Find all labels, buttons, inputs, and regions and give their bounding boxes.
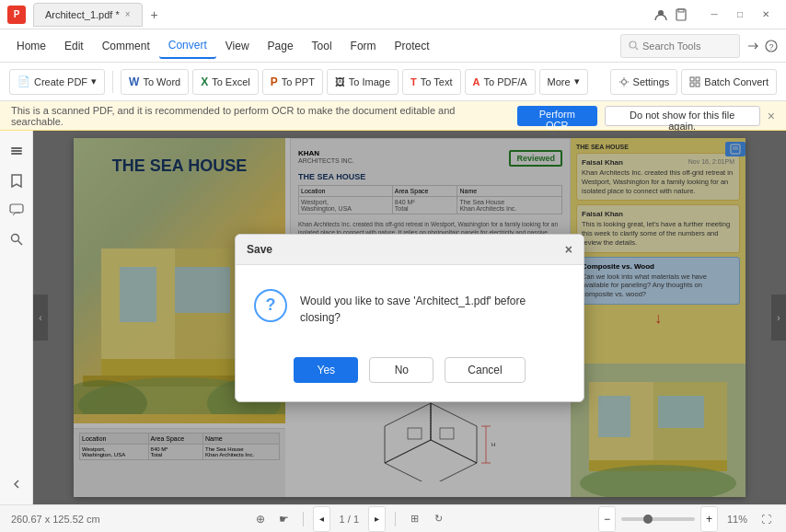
svg-line-17 (17, 241, 22, 246)
menu-page[interactable]: Page (259, 33, 303, 59)
maximize-button[interactable]: □ (727, 6, 753, 24)
dialog-no-button[interactable]: No (369, 357, 433, 383)
more-button[interactable]: More ▾ (539, 69, 588, 95)
svg-rect-10 (690, 83, 694, 87)
menu-form[interactable]: Form (341, 33, 386, 59)
page-nav: 1 / 1 (340, 514, 359, 525)
fit-width-icon[interactable]: ⊞ (405, 510, 423, 528)
search-tools-box[interactable] (620, 34, 740, 58)
tab-close-icon[interactable]: × (125, 9, 131, 19)
perform-ocr-button[interactable]: Perform OCR (517, 106, 597, 126)
to-text-label: To Text (421, 76, 453, 87)
to-excel-button[interactable]: X To Excel (192, 69, 259, 95)
dialog-yes-button[interactable]: Yes (294, 357, 358, 383)
to-ppt-button[interactable]: P To PPT (262, 69, 323, 95)
svg-rect-8 (690, 77, 694, 81)
hand-tool-icon[interactable]: ☛ (275, 510, 294, 528)
svg-rect-12 (11, 147, 22, 149)
menu-comment[interactable]: Comment (93, 33, 159, 59)
user-icon[interactable] (653, 7, 668, 22)
menu-edit[interactable]: Edit (55, 33, 93, 59)
close-button[interactable]: ✕ (753, 6, 779, 24)
zoom-slider[interactable] (621, 517, 695, 521)
menubar-right-icons: ? (746, 39, 779, 53)
notification-bar: This is a scanned PDF, and it is recomme… (0, 101, 786, 131)
to-pdfa-button[interactable]: A To PDF/A (465, 69, 536, 95)
to-pdfa-label: To PDF/A (483, 76, 526, 87)
svg-point-16 (11, 235, 18, 242)
to-ppt-label: To PPT (282, 76, 315, 87)
dialog-title: Save (247, 243, 272, 256)
batch-convert-label: Batch Convert (704, 76, 769, 87)
dialog-close-icon[interactable]: × (565, 242, 572, 257)
rotate-icon[interactable]: ↻ (429, 510, 447, 528)
menu-tool[interactable]: Tool (303, 33, 341, 59)
search-tools-input[interactable] (642, 40, 732, 52)
to-word-label: To Word (143, 76, 180, 87)
menu-home[interactable]: Home (7, 33, 55, 59)
create-pdf-arrow: ▾ (91, 75, 97, 87)
save-dialog: Save × ? Would you like to save 'Archite… (235, 234, 584, 402)
svg-rect-9 (696, 77, 699, 81)
sidebar-toggle-icon[interactable] (4, 471, 29, 497)
sidebar-search-icon[interactable] (4, 226, 29, 252)
zoom-out-button[interactable]: − (598, 506, 616, 532)
sidebar-layers-icon[interactable] (4, 138, 29, 164)
menubar: Home Edit Comment Convert View Page Tool… (0, 29, 786, 63)
document-tab[interactable]: Architect_1.pdf * × (33, 3, 143, 27)
image-icon: 🖼 (335, 76, 345, 87)
zoom-thumb (643, 515, 653, 524)
share-icon[interactable] (746, 39, 760, 53)
svg-text:?: ? (769, 42, 773, 52)
dialog-cancel-button[interactable]: Cancel (445, 357, 525, 383)
window-controls: ─ □ ✕ (701, 6, 779, 24)
toolbar: 📄 Create PDF ▾ W To Word X To Excel P To… (0, 63, 786, 101)
zoom-in-button[interactable]: + (700, 506, 718, 532)
dialog-question-icon: ? (254, 289, 287, 322)
svg-rect-15 (10, 204, 23, 213)
batch-convert-button[interactable]: Batch Convert (681, 69, 777, 95)
help-icon[interactable]: ? (764, 39, 779, 53)
svg-point-3 (630, 41, 636, 48)
notification-close-icon[interactable]: × (768, 109, 775, 123)
svg-rect-11 (696, 83, 699, 87)
prev-page-nav[interactable]: ◂ (313, 506, 330, 532)
left-sidebar (0, 131, 33, 504)
more-label: More (548, 76, 571, 87)
titlebar: P Architect_1.pdf * × + ─ □ ✕ (0, 0, 786, 29)
menu-convert[interactable]: Convert (159, 33, 216, 59)
to-word-button[interactable]: W To Word (121, 69, 189, 95)
dialog-message: Would you like to save 'Architect_1.pdf'… (300, 287, 565, 326)
to-image-button[interactable]: 🖼 To Image (327, 69, 399, 95)
next-page-nav[interactable]: ▸ (368, 506, 386, 532)
create-pdf-label: Create PDF (34, 76, 87, 87)
gear-icon (618, 76, 630, 87)
add-tab-button[interactable]: + (144, 5, 165, 25)
titlebar-right: ─ □ ✕ (653, 6, 779, 24)
select-tool-icon[interactable]: ⊕ (251, 510, 270, 528)
bookmark-icon[interactable] (674, 7, 688, 22)
statusbar: 260.67 x 125.52 cm ⊕ ☛ ◂ 1 / 1 ▸ ⊞ ↻ − +… (0, 504, 786, 532)
dialog-body: ? Would you like to save 'Architect_1.pd… (236, 265, 584, 348)
svg-rect-2 (678, 9, 684, 12)
menu-protect[interactable]: Protect (386, 33, 439, 59)
pdfa-icon: A (473, 76, 480, 87)
ppt-icon: P (271, 75, 278, 88)
settings-button[interactable]: Settings (610, 69, 678, 95)
zoom-level: 11% (723, 514, 751, 525)
svg-point-7 (621, 79, 626, 84)
to-text-button[interactable]: T To Text (402, 69, 460, 95)
statusbar-center: ⊕ ☛ ◂ 1 / 1 ▸ ⊞ ↻ (108, 506, 591, 532)
do-not-show-button[interactable]: Do not show for this file again. (605, 106, 760, 126)
sidebar-comment-icon[interactable] (4, 197, 29, 223)
statusbar-right: − + 11% ⛶ (598, 506, 775, 532)
menu-view[interactable]: View (216, 33, 259, 59)
page-dimensions: 260.67 x 125.52 cm (11, 514, 100, 525)
minimize-button[interactable]: ─ (701, 6, 727, 24)
to-image-label: To Image (349, 76, 390, 87)
fullscreen-icon[interactable]: ⛶ (757, 510, 775, 528)
sidebar-bookmark-icon[interactable] (4, 168, 29, 193)
excel-icon: X (201, 75, 208, 88)
create-pdf-button[interactable]: 📄 Create PDF ▾ (9, 69, 105, 95)
svg-line-4 (636, 48, 639, 51)
